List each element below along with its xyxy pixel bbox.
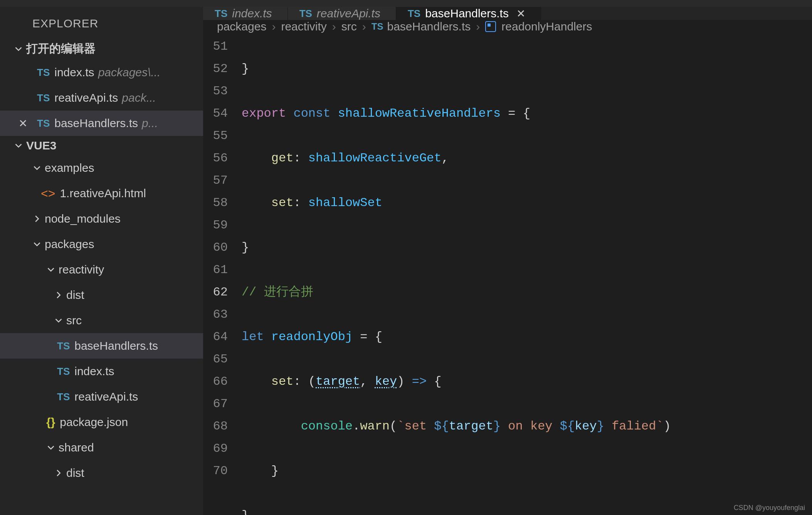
- tree-folder[interactable]: dist: [0, 460, 203, 486]
- ts-icon: TS: [408, 8, 420, 20]
- tree-folder[interactable]: node_modules: [0, 206, 203, 231]
- json-icon: {}: [46, 416, 55, 429]
- file-label: 1.reativeApi.html: [60, 187, 146, 200]
- title-bar: [0, 0, 812, 7]
- close-icon[interactable]: ✕: [516, 7, 525, 20]
- breadcrumb-item[interactable]: baseHandlers.ts: [387, 20, 471, 33]
- open-editors-label: 打开的编辑器: [26, 41, 96, 57]
- breadcrumb-item[interactable]: reactivity: [281, 20, 326, 33]
- tree-folder[interactable]: dist: [0, 282, 203, 308]
- breadcrumb[interactable]: packages › reactivity › src › TS baseHan…: [203, 20, 812, 33]
- tree-file[interactable]: <> 1.reativeApi.html: [0, 181, 203, 206]
- file-path: pack...: [122, 91, 156, 104]
- file-label: reativeApi.ts: [74, 390, 138, 403]
- chevron-right-icon: [54, 468, 63, 478]
- chevron-right-icon: ›: [362, 20, 366, 33]
- tree-folder[interactable]: packages: [0, 231, 203, 257]
- folder-label: dist: [66, 466, 84, 480]
- ts-icon: TS: [299, 8, 312, 20]
- file-label: baseHandlers.ts: [54, 117, 138, 130]
- tree-file[interactable]: TS reativeApi.ts: [0, 384, 203, 409]
- file-path: p...: [142, 117, 158, 130]
- line-gutter: 5152535455565758596061626364656667686970: [203, 35, 242, 515]
- folder-label: src: [66, 314, 82, 327]
- open-editors-section[interactable]: 打开的编辑器: [0, 38, 203, 60]
- ts-icon: TS: [57, 366, 70, 377]
- ts-icon: TS: [37, 92, 50, 104]
- symbol-icon: [485, 21, 496, 32]
- breadcrumb-item[interactable]: packages: [217, 20, 266, 33]
- tab-reativeapi[interactable]: TS reativeApi.ts: [288, 7, 396, 20]
- tree-file[interactable]: {} package.json: [0, 409, 203, 435]
- tree-folder[interactable]: reactivity: [0, 257, 203, 282]
- chevron-down-icon: [46, 443, 55, 452]
- ts-icon: TS: [57, 340, 70, 352]
- tab-basehandlers[interactable]: TS baseHandlers.ts ✕: [396, 7, 541, 20]
- tree-file[interactable]: TS index.ts: [0, 359, 203, 384]
- tab-label: reativeApi.ts: [317, 7, 380, 20]
- ts-icon: TS: [215, 8, 227, 20]
- chevron-right-icon: [54, 290, 63, 300]
- open-editor-item[interactable]: ✕ TS baseHandlers.ts p...: [0, 111, 203, 136]
- workspace-section[interactable]: VUE3: [0, 136, 203, 155]
- chevron-right-icon: ›: [332, 20, 336, 33]
- tab-index[interactable]: TS index.ts: [203, 7, 288, 20]
- open-editor-item[interactable]: TS reativeApi.ts pack...: [0, 85, 203, 111]
- ts-icon: TS: [372, 21, 383, 32]
- file-label: index.ts: [54, 66, 94, 79]
- folder-label: dist: [66, 289, 84, 302]
- tab-label: baseHandlers.ts: [425, 7, 509, 20]
- breadcrumb-item[interactable]: src: [341, 20, 357, 33]
- chevron-down-icon: [14, 141, 23, 150]
- ts-icon: TS: [37, 117, 50, 129]
- tree-file[interactable]: TS baseHandlers.ts: [0, 333, 203, 359]
- sidebar: EXPLORER 打开的编辑器 TS index.ts packages\...…: [0, 7, 203, 515]
- folder-label: examples: [45, 161, 94, 174]
- code-content[interactable]: } export const shallowReativeHandlers = …: [242, 35, 812, 515]
- file-label: reativeApi.ts: [54, 91, 118, 104]
- explorer-title: EXPLORER: [0, 7, 203, 38]
- html-icon: <>: [41, 186, 55, 201]
- file-label: baseHandlers.ts: [74, 339, 158, 352]
- chevron-down-icon: [46, 265, 55, 274]
- folder-label: shared: [59, 441, 94, 454]
- folder-label: reactivity: [59, 263, 104, 276]
- open-editor-item[interactable]: TS index.ts packages\...: [0, 60, 203, 85]
- tree-folder[interactable]: examples: [0, 155, 203, 181]
- file-label: index.ts: [74, 365, 114, 378]
- breadcrumb-item[interactable]: readonlyHandlers: [501, 20, 592, 33]
- folder-label: node_modules: [45, 212, 121, 225]
- chevron-down-icon: [32, 240, 42, 249]
- close-icon[interactable]: ✕: [18, 117, 27, 130]
- tab-label: index.ts: [232, 7, 272, 20]
- tree-folder[interactable]: shared: [0, 435, 203, 460]
- file-label: package.json: [60, 416, 128, 429]
- chevron-right-icon: [32, 214, 42, 223]
- folder-label: packages: [45, 238, 94, 251]
- tree-folder[interactable]: src: [0, 308, 203, 333]
- chevron-down-icon: [54, 316, 63, 325]
- file-path: packages\...: [98, 66, 161, 79]
- chevron-down-icon: [14, 44, 23, 54]
- chevron-right-icon: ›: [272, 20, 276, 33]
- editor-pane: TS index.ts TS reativeApi.ts TS baseHand…: [203, 7, 812, 515]
- workspace-label: VUE3: [26, 139, 56, 152]
- chevron-right-icon: ›: [476, 20, 480, 33]
- tab-bar: TS index.ts TS reativeApi.ts TS baseHand…: [203, 7, 812, 20]
- ts-icon: TS: [37, 67, 50, 79]
- chevron-down-icon: [32, 163, 42, 173]
- watermark: CSDN @youyoufenglai: [734, 504, 805, 512]
- code-editor[interactable]: 5152535455565758596061626364656667686970…: [203, 33, 812, 515]
- ts-icon: TS: [57, 391, 70, 403]
